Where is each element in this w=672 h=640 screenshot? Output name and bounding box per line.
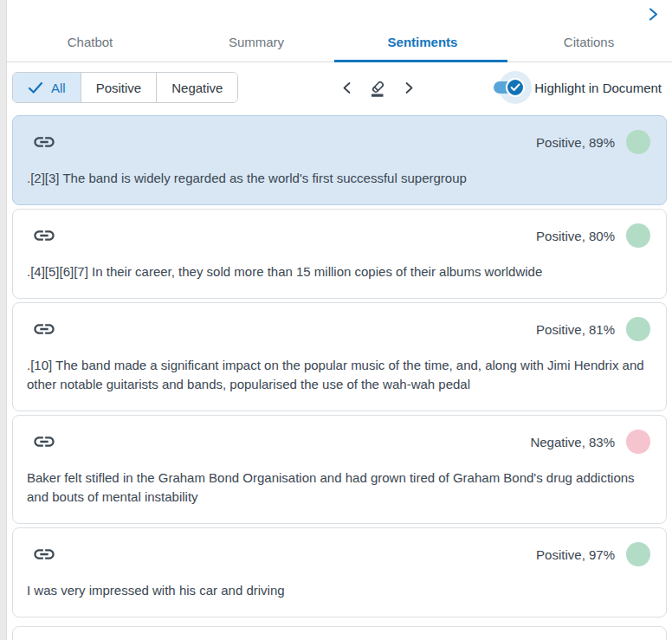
link-icon[interactable] (32, 430, 56, 454)
tab-chatbot[interactable]: Chatbot (7, 23, 173, 61)
link-icon[interactable] (32, 317, 56, 341)
tab-sentiments[interactable]: Sentiments (339, 23, 506, 61)
sentence-text: .[4][5][6][7] In their career, they sold… (27, 262, 650, 281)
sentiment-indicator (626, 223, 650, 248)
highlight-toggle-label: Highlight in Document (534, 81, 662, 95)
card-header: Positive, 97% (27, 542, 650, 566)
chevron-right-icon (404, 81, 414, 94)
sentiment-card-list: Positive, 89% .[2][3] The band is widely… (7, 103, 672, 640)
filter-positive-label: Positive (96, 81, 142, 95)
sentiment-label: Positive, 89% (536, 135, 615, 150)
sentiment-indicator (626, 430, 650, 454)
filter-positive-button[interactable]: Positive (81, 73, 158, 102)
sentence-pager (339, 76, 417, 100)
sentiment-card[interactable]: Negative, 83% Baker felt stifled in the … (12, 415, 667, 524)
tab-bar: Chatbot Summary Sentiments Citations (7, 23, 672, 62)
sentiment-indicator (626, 542, 650, 566)
highlighter-icon (368, 78, 388, 98)
filter-negative-label: Negative (171, 81, 223, 95)
link-icon[interactable] (32, 130, 56, 154)
sentiment-card[interactable]: Positive, 81% .[10] The band made a sign… (12, 302, 667, 411)
card-header: Negative, 83% (27, 430, 650, 454)
sentiment-indicator (626, 130, 650, 154)
tab-summary[interactable]: Summary (173, 23, 339, 61)
highlighter-button[interactable] (365, 76, 391, 100)
card-header: Positive, 81% (27, 317, 650, 341)
prev-sentence-button[interactable] (339, 80, 354, 96)
sentence-text: I was very impressed with his car and dr… (27, 581, 650, 600)
sentiments-panel: Chatbot Summary Sentiments Citations All… (7, 0, 672, 640)
sentiment-card[interactable]: Positive, 89% .[2][3] The band is widely… (12, 115, 667, 205)
sentiment-label: Positive, 80% (536, 229, 615, 243)
filter-all-label: All (51, 81, 66, 95)
sentiment-filter-group: All Positive Negative (12, 72, 238, 103)
card-header: Positive, 80% (27, 223, 650, 248)
link-icon[interactable] (32, 542, 56, 566)
panel-topbar (7, 0, 672, 23)
tab-citations[interactable]: Citations (506, 23, 672, 61)
panel-divider[interactable] (0, 0, 7, 640)
highlight-toggle-switch[interactable] (493, 70, 533, 105)
sentiment-card[interactable]: Positive, 97% I was very impressed with … (12, 527, 667, 617)
sentiment-card-partial[interactable] (12, 626, 667, 640)
sentence-text: .[10] The band made a significant impact… (27, 356, 650, 394)
sentiment-label: Negative, 83% (530, 435, 615, 449)
sentence-text: Baker felt stifled in the Graham Bond Or… (27, 469, 650, 507)
next-sentence-button[interactable] (402, 80, 417, 96)
chevron-left-icon (342, 81, 352, 94)
card-header: Positive, 89% (27, 130, 650, 154)
filter-all-button[interactable]: All (13, 73, 81, 102)
chevron-right-icon (647, 7, 660, 22)
check-icon (28, 81, 43, 94)
controls-row: All Positive Negative (7, 62, 672, 103)
sentiment-card[interactable]: Positive, 80% .[4][5][6][7] In their car… (12, 209, 667, 299)
sentiment-label: Positive, 81% (536, 322, 615, 337)
sentiment-indicator (626, 317, 650, 341)
collapse-panel-button[interactable] (647, 7, 660, 22)
link-icon[interactable] (32, 223, 56, 248)
highlight-toggle-row: Highlight in Document (493, 70, 662, 105)
sentence-text: .[2][3] The band is widely regarded as t… (27, 169, 650, 188)
filter-negative-button[interactable]: Negative (157, 73, 237, 102)
sentiment-label: Positive, 97% (536, 547, 615, 562)
